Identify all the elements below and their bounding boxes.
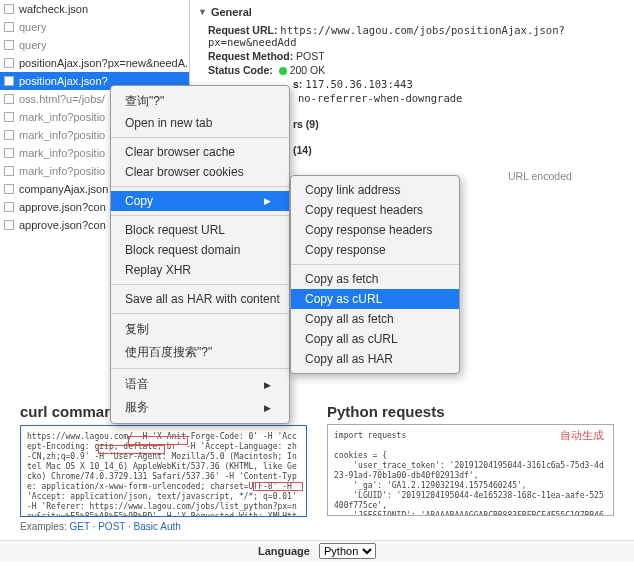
remote-address: 117.50.36.103:443 (305, 78, 412, 90)
menu-item-block-domain[interactable]: Block request domain (111, 240, 289, 260)
menu-item-save-har[interactable]: Save all as HAR with content (111, 289, 289, 309)
python-note: 自动生成 (560, 428, 604, 443)
menu-item[interactable]: 查询"?" (111, 90, 289, 113)
request-row[interactable]: query (0, 18, 189, 36)
checkbox-icon[interactable] (4, 4, 14, 14)
menu-item-clear-cache[interactable]: Clear browser cache (111, 142, 289, 162)
menu-item-copy-all-curl[interactable]: Copy all as cURL (291, 329, 459, 349)
python-heading: Python requests (327, 403, 445, 420)
menu-item-copy-resp-headers[interactable]: Copy response headers (291, 220, 459, 240)
language-bar: Language Python (0, 540, 634, 561)
menu-item-copy-response[interactable]: Copy response (291, 240, 459, 260)
menu-item[interactable]: 语音▶ (111, 373, 289, 396)
menu-item-block-url[interactable]: Block request URL (111, 220, 289, 240)
request-row[interactable]: query (0, 36, 189, 54)
curl-heading: curl command (20, 403, 123, 420)
chevron-right-icon: ▶ (264, 403, 271, 413)
status-dot-icon (279, 67, 287, 75)
menu-item-copy-all-har[interactable]: Copy all as HAR (291, 349, 459, 369)
request-row[interactable]: wafcheck.json (0, 0, 189, 18)
status-code: 200 OK (290, 64, 326, 76)
chevron-right-icon: ▶ (264, 380, 271, 390)
highlight-box (98, 445, 165, 454)
request-headers-count[interactable]: (14) (293, 144, 312, 156)
menu-item[interactable]: 使用百度搜索"?" (111, 341, 289, 364)
referrer-policy: no-referrer-when-downgrade (298, 92, 626, 104)
examples-links[interactable]: Examples: GET · POST · Basic Auth (20, 521, 307, 532)
response-headers-count[interactable]: rs (9) (293, 118, 319, 130)
request-row[interactable]: positionAjax.json?px=new&needA... (0, 54, 189, 72)
language-select[interactable]: Python (319, 543, 376, 559)
menu-item-copy-fetch[interactable]: Copy as fetch (291, 269, 459, 289)
menu-item[interactable]: 复制 (111, 318, 289, 341)
menu-item-replay-xhr[interactable]: Replay XHR (111, 260, 289, 280)
context-menu[interactable]: 查询"?" Open in new tab Clear browser cach… (110, 85, 290, 424)
menu-item-copy-curl[interactable]: Copy as cURL (291, 289, 459, 309)
general-heading[interactable]: ▼General (198, 6, 626, 18)
form-data-note: URL encoded (508, 170, 626, 182)
menu-item-clear-cookies[interactable]: Clear browser cookies (111, 162, 289, 182)
menu-item-copy-link[interactable]: Copy link address (291, 180, 459, 200)
menu-item-open-new-tab[interactable]: Open in new tab (111, 113, 289, 133)
chevron-right-icon: ▶ (264, 196, 271, 206)
triangle-down-icon: ▼ (198, 7, 207, 17)
menu-item-copy[interactable]: Copy▶ (111, 191, 289, 211)
menu-item-copy-all-fetch[interactable]: Copy all as fetch (291, 309, 459, 329)
menu-item[interactable]: 服务▶ (111, 396, 289, 419)
copy-submenu[interactable]: Copy link address Copy request headers C… (290, 175, 460, 374)
menu-item-copy-req-headers[interactable]: Copy request headers (291, 200, 459, 220)
highlight-box (253, 482, 303, 491)
request-method: POST (296, 50, 325, 62)
highlight-box (128, 436, 188, 445)
